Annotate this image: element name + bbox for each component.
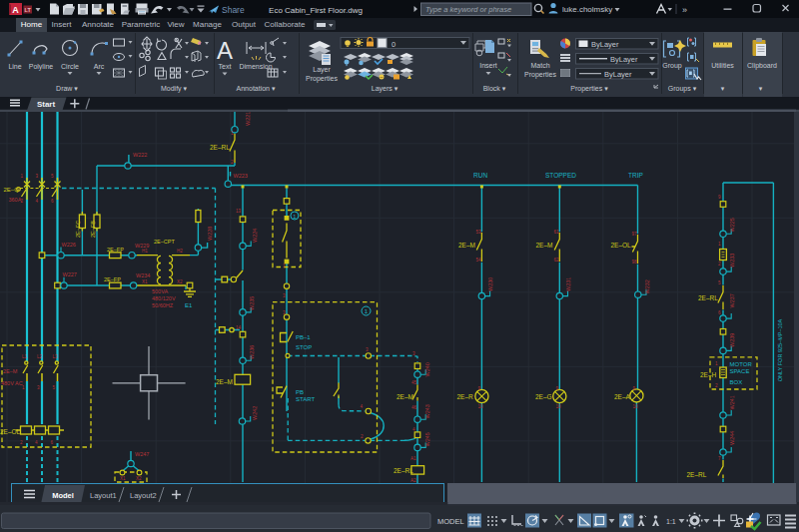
svg-text:2E–M: 2E–M bbox=[3, 368, 18, 374]
svg-text:A: A bbox=[217, 37, 233, 64]
svg-text:500VA: 500VA bbox=[152, 288, 168, 294]
svg-text:2E–FP: 2E–FP bbox=[107, 247, 124, 253]
svg-text:2: 2 bbox=[715, 383, 718, 388]
svg-text:W232: W232 bbox=[644, 279, 650, 293]
svg-text:1: 1 bbox=[21, 174, 24, 179]
svg-text:W230: W230 bbox=[487, 277, 493, 291]
svg-text:2E–RL: 2E–RL bbox=[394, 467, 413, 474]
svg-text:W244: W244 bbox=[729, 431, 735, 445]
svg-text:W243: W243 bbox=[424, 404, 430, 418]
svg-text:Clipboard: Clipboard bbox=[747, 62, 777, 70]
svg-text:3: 3 bbox=[36, 174, 39, 179]
svg-text:W225: W225 bbox=[729, 218, 735, 232]
svg-text:MODEL: MODEL bbox=[437, 517, 464, 526]
svg-text:3: 3 bbox=[366, 347, 369, 352]
svg-text:X2: X2 bbox=[136, 476, 142, 481]
svg-text:A: A bbox=[12, 5, 19, 15]
svg-text:Type a keyword or phrase: Type a keyword or phrase bbox=[425, 5, 511, 14]
svg-text:A1: A1 bbox=[410, 456, 416, 461]
svg-text:Layout2: Layout2 bbox=[130, 491, 157, 500]
svg-text:X2: X2 bbox=[177, 279, 183, 284]
svg-text:13: 13 bbox=[236, 209, 242, 214]
svg-text:3: 3 bbox=[412, 351, 415, 356]
svg-text:W226: W226 bbox=[62, 242, 76, 248]
svg-text:W223: W223 bbox=[234, 173, 248, 179]
svg-text:1:1: 1:1 bbox=[666, 518, 676, 525]
svg-text:9: 9 bbox=[718, 195, 721, 200]
svg-text:Circle: Circle bbox=[61, 62, 79, 69]
svg-text:53: 53 bbox=[476, 230, 482, 235]
svg-text:START: START bbox=[296, 396, 315, 402]
svg-text:2E–RL: 2E–RL bbox=[698, 294, 718, 301]
svg-text:PB: PB bbox=[296, 389, 304, 395]
svg-text:W241: W241 bbox=[729, 395, 735, 409]
svg-text:2E–FP: 2E–FP bbox=[104, 276, 121, 282]
svg-text:W228: W228 bbox=[207, 227, 213, 241]
svg-text:W229: W229 bbox=[135, 243, 149, 249]
svg-text:L2: L2 bbox=[37, 354, 43, 359]
svg-text:W242: W242 bbox=[252, 406, 258, 420]
svg-text:5: 5 bbox=[53, 385, 56, 390]
svg-text:L1: L1 bbox=[22, 354, 28, 359]
svg-text:2: 2 bbox=[231, 160, 234, 165]
svg-text:W245: W245 bbox=[424, 432, 430, 446]
svg-text:RUN: RUN bbox=[473, 172, 487, 179]
svg-text:54: 54 bbox=[476, 258, 482, 263]
svg-text:BOX: BOX bbox=[730, 379, 743, 385]
svg-text:2: 2 bbox=[718, 262, 721, 266]
svg-text:97: 97 bbox=[632, 232, 638, 237]
svg-text:2E–Q: 2E–Q bbox=[4, 187, 20, 193]
svg-text:6: 6 bbox=[51, 199, 54, 204]
svg-text:480V AC: 480V AC bbox=[1, 380, 23, 386]
svg-text:H1: H1 bbox=[142, 249, 148, 254]
svg-text:Layer: Layer bbox=[313, 66, 331, 74]
svg-text:MOTOR: MOTOR bbox=[730, 361, 753, 367]
svg-text:3: 3 bbox=[283, 293, 286, 298]
svg-text:X1: X1 bbox=[142, 279, 148, 284]
svg-text:10: 10 bbox=[556, 404, 562, 409]
svg-text:4: 4 bbox=[361, 404, 364, 409]
svg-text:Line: Line bbox=[8, 62, 21, 69]
svg-text:2E–RL: 2E–RL bbox=[210, 144, 230, 151]
svg-text:W224: W224 bbox=[252, 229, 258, 243]
svg-text:Text: Text bbox=[219, 63, 232, 70]
svg-text:0: 0 bbox=[392, 39, 396, 48]
svg-text:2E–A: 2E–A bbox=[614, 393, 631, 400]
svg-text:SPACE: SPACE bbox=[730, 368, 750, 374]
svg-text:2E–FB: 2E–FB bbox=[90, 221, 96, 238]
svg-text:PB–1: PB–1 bbox=[296, 334, 311, 340]
svg-text:W237: W237 bbox=[729, 293, 735, 307]
svg-text:luke.cholmsky: luke.cholmsky bbox=[562, 5, 612, 14]
svg-text:50/60HZ: 50/60HZ bbox=[152, 302, 174, 308]
svg-text:Eco Cabin_First Floor.dwg: Eco Cabin_First Floor.dwg bbox=[269, 6, 363, 15]
svg-text:2E–FC: 2E–FC bbox=[75, 221, 81, 238]
svg-text:46: 46 bbox=[411, 405, 417, 410]
svg-text:Share: Share bbox=[222, 5, 245, 15]
svg-text:2E–CPT: 2E–CPT bbox=[154, 239, 175, 245]
svg-text:2E–R: 2E–R bbox=[457, 393, 474, 400]
svg-text:STOPPED: STOPPED bbox=[545, 172, 576, 179]
svg-text:H2: H2 bbox=[177, 249, 183, 254]
svg-text:4: 4 bbox=[412, 427, 415, 432]
svg-text:45: 45 bbox=[411, 380, 417, 385]
svg-text:»: » bbox=[682, 5, 687, 15]
svg-text:10: 10 bbox=[478, 404, 484, 409]
svg-text:W234: W234 bbox=[136, 272, 150, 278]
svg-text:W235: W235 bbox=[249, 296, 255, 310]
svg-text:4: 4 bbox=[36, 199, 39, 204]
svg-text:Layout1: Layout1 bbox=[90, 491, 117, 500]
svg-text:W221: W221 bbox=[245, 112, 251, 126]
svg-text:61: 61 bbox=[554, 230, 560, 235]
svg-text:2E–OL: 2E–OL bbox=[611, 242, 632, 249]
svg-text:10: 10 bbox=[633, 404, 639, 409]
svg-text:W222: W222 bbox=[133, 152, 147, 158]
svg-text:Properties: Properties bbox=[306, 74, 338, 82]
svg-text:1: 1 bbox=[715, 361, 718, 366]
svg-text:7: 7 bbox=[718, 456, 721, 461]
svg-text:E1: E1 bbox=[185, 302, 193, 308]
svg-text:1: 1 bbox=[718, 242, 721, 247]
svg-text:Properties: Properties bbox=[524, 70, 556, 78]
svg-text:W233: W233 bbox=[729, 254, 735, 267]
svg-text:3: 3 bbox=[37, 385, 40, 390]
svg-text:480/120V: 480/120V bbox=[152, 295, 176, 301]
